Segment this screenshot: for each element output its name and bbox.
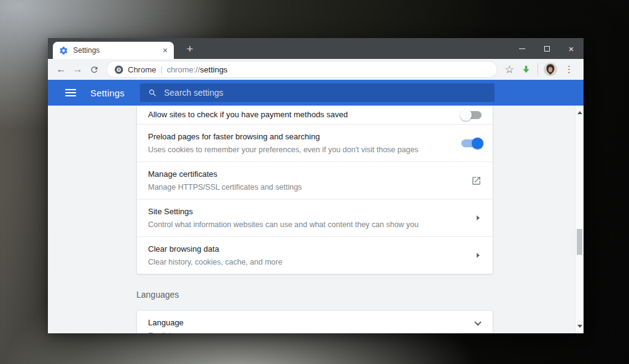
search-icon	[148, 88, 157, 98]
download-arrow-icon	[521, 64, 531, 75]
tab-strip: Settings × + ×	[48, 38, 584, 59]
minimize-button[interactable]	[510, 38, 534, 59]
settings-content: Allow sites to check if you have payment…	[48, 106, 584, 333]
profile-avatar[interactable]	[544, 63, 557, 76]
row-title: Site Settings	[148, 206, 467, 218]
languages-card: Language English	[136, 310, 493, 333]
row-manage-certificates[interactable]: Manage certificates Manage HTTPS/SSL cer…	[137, 162, 493, 199]
tab-close-icon[interactable]: ×	[162, 46, 169, 55]
settings-search-box[interactable]	[140, 83, 494, 102]
privacy-settings-card: Allow sites to check if you have payment…	[136, 106, 493, 274]
payment-methods-toggle[interactable]	[461, 111, 482, 119]
row-subtitle: Control what information websites can us…	[148, 219, 467, 230]
row-title: Manage certificates	[148, 168, 461, 180]
scroll-up-arrow-icon[interactable]	[577, 111, 582, 114]
url-separator: |	[160, 65, 162, 74]
address-bar[interactable]: Chrome | chrome://settings	[106, 61, 498, 78]
forward-button[interactable]: →	[69, 61, 86, 78]
row-title: Preload pages for faster browsing and se…	[148, 131, 451, 143]
subpage-arrow-icon	[477, 215, 480, 220]
main-menu-hamburger-icon[interactable]	[65, 89, 76, 96]
window-controls: ×	[510, 38, 584, 59]
back-button[interactable]: ←	[53, 61, 69, 78]
url-path: settings	[200, 65, 228, 74]
preload-pages-toggle[interactable]	[461, 139, 482, 147]
settings-gear-favicon-icon	[59, 46, 68, 55]
url-scheme: chrome://	[166, 65, 200, 74]
row-subtitle: Manage HTTPS/SSL certificates and settin…	[148, 182, 461, 193]
scrollbar-thumb[interactable]	[577, 229, 582, 255]
row-site-settings[interactable]: Site Settings Control what information w…	[137, 199, 493, 236]
row-language[interactable]: Language English	[148, 317, 482, 333]
row-text: Site Settings Control what information w…	[148, 206, 477, 230]
row-clear-browsing-data[interactable]: Clear browsing data Clear history, cooki…	[137, 237, 493, 274]
vertical-scrollbar[interactable]	[575, 106, 584, 333]
row-title: Allow sites to check if you have payment…	[148, 109, 451, 121]
section-header-languages: Languages	[136, 290, 179, 300]
row-text: Allow sites to check if you have payment…	[148, 109, 461, 121]
page-title: Settings	[90, 88, 125, 98]
new-tab-button[interactable]: +	[181, 41, 198, 58]
overflow-menu-icon[interactable]: ⋮	[560, 64, 579, 75]
maximize-icon	[544, 46, 550, 52]
browser-toolbar: ← → Chrome | chrome://settings ☆ ⋮	[48, 59, 584, 80]
bookmark-star-icon[interactable]: ☆	[501, 63, 518, 76]
reload-icon	[90, 65, 99, 74]
row-text: Preload pages for faster browsing and se…	[148, 131, 461, 155]
tab-settings[interactable]: Settings ×	[53, 42, 174, 59]
settings-header: Settings	[48, 80, 584, 106]
site-name: Chrome	[128, 65, 156, 74]
subpage-arrow-icon	[477, 253, 480, 258]
browser-window: Settings × + × ← → Chrome | chrome://set…	[48, 38, 584, 333]
chrome-logo-icon	[114, 65, 123, 74]
download-button[interactable]	[518, 64, 534, 75]
row-text: Clear browsing data Clear history, cooki…	[148, 243, 477, 268]
toggle-knob	[460, 109, 472, 121]
row-text: Manage certificates Manage HTTPS/SSL cer…	[148, 168, 471, 193]
search-input[interactable]	[164, 88, 486, 98]
row-title: Clear browsing data	[148, 243, 467, 255]
minimize-icon	[519, 48, 525, 49]
scroll-down-arrow-icon[interactable]	[577, 325, 582, 328]
row-payment-methods: Allow sites to check if you have payment…	[137, 106, 493, 124]
toggle-knob	[472, 137, 483, 149]
url-text: chrome://settings	[166, 65, 227, 74]
window-close-button[interactable]: ×	[559, 38, 584, 59]
tab-title: Settings	[73, 46, 157, 55]
row-preload-pages: Preload pages for faster browsing and se…	[137, 125, 493, 161]
row-title: Language	[148, 317, 482, 329]
maximize-button[interactable]	[534, 38, 559, 59]
external-link-icon	[471, 176, 482, 186]
language-value: English	[148, 330, 482, 333]
reload-button[interactable]	[86, 61, 103, 78]
row-subtitle: Uses cookies to remember your preference…	[148, 144, 451, 155]
toolbar-separator	[537, 63, 538, 76]
row-subtitle: Clear history, cookies, cache, and more	[148, 257, 467, 268]
